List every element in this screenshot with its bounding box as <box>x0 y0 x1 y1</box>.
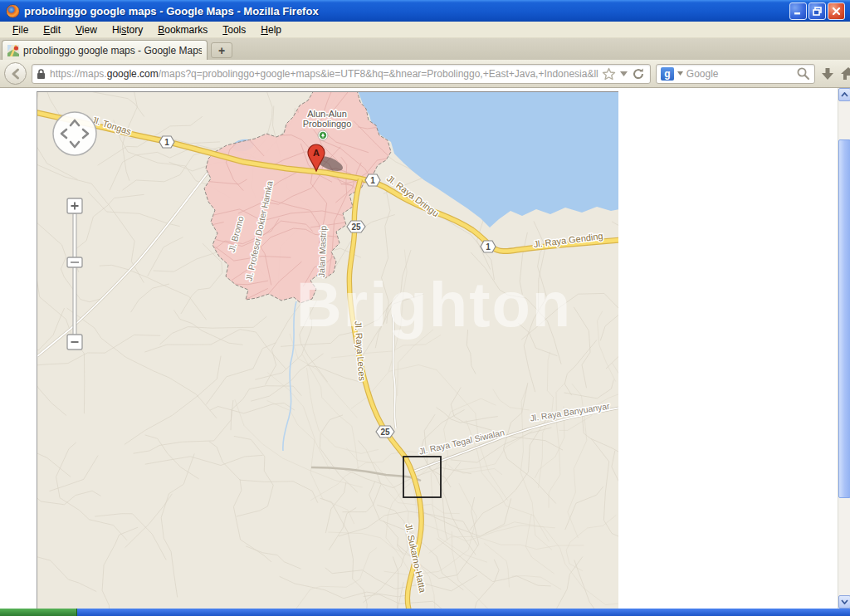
download-arrow-icon <box>820 66 835 81</box>
scrollbar-thumb[interactable] <box>838 139 850 498</box>
restore-button[interactable] <box>808 2 826 20</box>
reload-icon[interactable] <box>632 67 645 81</box>
tab-bar: probolinggo google maps - Google Maps + <box>0 38 850 60</box>
shield-1c: 1 <box>486 242 491 252</box>
window-title: probolinggo google maps - Google Maps - … <box>24 5 789 17</box>
menu-file[interactable]: File <box>5 22 36 37</box>
url-text[interactable]: https://maps.google.com/maps?q=proboling… <box>50 68 598 80</box>
close-button[interactable] <box>828 2 845 20</box>
windows-taskbar[interactable] <box>0 609 850 616</box>
watermark-text: Brighton <box>296 269 573 340</box>
minimize-button[interactable] <box>789 2 807 20</box>
scroll-up-button[interactable] <box>838 88 850 101</box>
google-map-canvas[interactable]: Brighton 1 1 1 25 25 Jl. Tongas Jl. Raya… <box>37 91 618 609</box>
google-favicon: g <box>661 67 674 81</box>
url-bar[interactable]: https://maps.google.com/maps?q=proboling… <box>32 64 651 84</box>
menu-bar: File Edit View History Bookmarks Tools H… <box>0 22 850 38</box>
menu-edit[interactable]: Edit <box>36 22 68 37</box>
scroll-down-icon <box>841 599 848 604</box>
back-button[interactable] <box>4 62 27 85</box>
taskbar-strip <box>77 609 850 616</box>
menu-view[interactable]: View <box>68 22 105 37</box>
scroll-up-icon <box>841 92 848 97</box>
lock-icon <box>36 68 46 80</box>
firefox-window: probolinggo google maps - Google Maps - … <box>0 0 850 616</box>
vertical-scrollbar[interactable] <box>838 88 850 609</box>
map-svg[interactable]: Brighton 1 1 1 25 25 Jl. Tongas Jl. Raya… <box>37 92 618 609</box>
shield-1b: 1 <box>370 176 375 185</box>
menu-history[interactable]: History <box>105 22 150 37</box>
url-path: /maps?q=probolinggo+google+maps&ie=UTF8&… <box>159 68 598 80</box>
tab-title: probolinggo google maps - Google Maps <box>23 45 202 56</box>
search-magnifier-icon[interactable] <box>796 66 810 81</box>
new-tab-button[interactable]: + <box>211 42 232 58</box>
url-domain: google.com <box>107 68 159 80</box>
menu-bookmarks[interactable]: Bookmarks <box>150 22 215 37</box>
scroll-down-button[interactable] <box>838 595 850 609</box>
shield-1a: 1 <box>164 138 169 147</box>
google-maps-favicon <box>7 45 19 56</box>
url-dropdown-icon[interactable] <box>620 71 628 76</box>
downloads-button[interactable] <box>820 62 835 86</box>
search-engine-dropdown-icon[interactable] <box>677 71 683 76</box>
search-placeholder: Google <box>686 68 793 80</box>
zoom-track[interactable] <box>73 213 76 348</box>
poi-label-line1: Alun-Alun <box>307 109 347 119</box>
tab-google-maps[interactable]: probolinggo google maps - Google Maps <box>2 40 208 60</box>
home-button[interactable] <box>840 62 850 86</box>
navigation-toolbar: https://maps.google.com/maps?q=proboling… <box>0 60 850 88</box>
title-bar[interactable]: probolinggo google maps - Google Maps - … <box>0 0 850 22</box>
url-scheme: https://maps. <box>50 68 107 80</box>
shield-25a: 25 <box>351 222 361 232</box>
menu-help[interactable]: Help <box>253 22 289 37</box>
pan-control[interactable] <box>53 112 96 155</box>
start-button-sliver[interactable] <box>0 609 77 616</box>
search-box[interactable]: g Google <box>656 64 815 84</box>
shield-25b: 25 <box>380 428 390 437</box>
close-icon <box>832 7 841 16</box>
marker-letter: A <box>313 148 320 158</box>
back-arrow-icon <box>9 67 22 81</box>
minimize-icon <box>794 7 803 16</box>
firefox-icon <box>6 4 20 18</box>
bookmark-star-icon[interactable] <box>602 67 616 81</box>
road-label-mastrip: Jalan Mastrip <box>316 225 328 277</box>
menu-tools[interactable]: Tools <box>215 22 253 37</box>
browser-viewport: Brighton 1 1 1 25 25 Jl. Tongas Jl. Raya… <box>0 88 850 609</box>
poi-label-line2: Probolinggo <box>303 119 352 129</box>
home-icon <box>840 66 850 81</box>
restore-icon <box>813 7 822 16</box>
